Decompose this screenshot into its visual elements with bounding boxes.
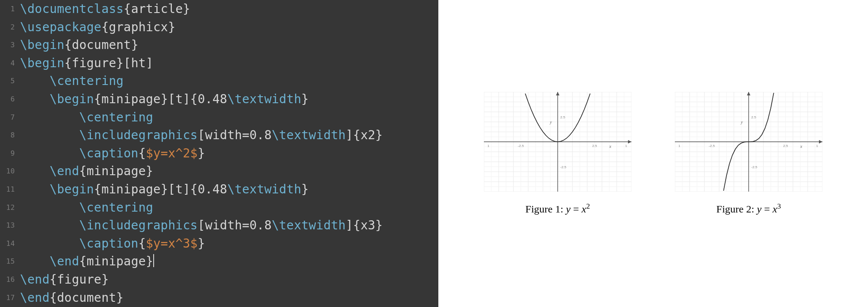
svg-text:2.5: 2.5: [560, 115, 566, 119]
svg-text:x: x: [609, 144, 612, 149]
svg-text:-2.5: -2.5: [518, 144, 524, 148]
code-line[interactable]: \includegraphics[width=0.8\textwidth]{x3…: [20, 216, 383, 235]
svg-marker-45: [556, 92, 559, 95]
svg-text:x: x: [800, 144, 802, 149]
svg-text:2.5: 2.5: [783, 144, 788, 148]
code-line[interactable]: \centering: [20, 199, 383, 217]
code-line[interactable]: \begin{minipage}[t]{0.48\textwidth}: [20, 90, 383, 108]
caption-fig1: Figure 1: y = x2: [526, 202, 590, 215]
code-line[interactable]: \centering: [20, 108, 383, 127]
svg-text:y: y: [549, 120, 552, 124]
code-line[interactable]: \caption{$y=x^3$}: [20, 235, 383, 253]
code-line[interactable]: \end{document}: [20, 289, 383, 307]
code-line[interactable]: \begin{figure}[ht]: [20, 54, 383, 72]
svg-marker-44: [628, 140, 631, 144]
svg-text:-2.5: -2.5: [560, 165, 566, 169]
svg-text:1: 1: [487, 144, 490, 148]
code-content[interactable]: \documentclass{article}\usepackage{graph…: [20, 0, 383, 307]
code-line[interactable]: \begin{document}: [20, 36, 383, 54]
minipage-fig2: -2.52.52.5-2.511yx Figure 2: y = x3: [666, 92, 831, 215]
code-line[interactable]: \end{minipage}: [20, 252, 383, 271]
code-line[interactable]: \end{minipage}: [20, 162, 383, 180]
pdf-preview-pane: -2.52.52.5-2.511yx Figure 1: y = x2 -2.5…: [438, 0, 868, 307]
minipage-fig1: -2.52.52.5-2.511yx Figure 1: y = x2: [475, 92, 640, 215]
svg-text:2.5: 2.5: [751, 115, 756, 119]
caption-prefix: Figure 2:: [717, 203, 754, 215]
svg-text:-2.5: -2.5: [709, 144, 715, 148]
code-line[interactable]: \begin{minipage}[t]{0.48\textwidth}: [20, 180, 383, 199]
code-line[interactable]: \includegraphics[width=0.8\textwidth]{x2…: [20, 126, 383, 144]
caption-equation: y = x3: [757, 202, 781, 215]
svg-text:1: 1: [816, 144, 819, 148]
figure-row: -2.52.52.5-2.511yx Figure 1: y = x2 -2.5…: [475, 92, 831, 215]
latex-editor-pane[interactable]: 1234567891011121314151617 \documentclass…: [0, 0, 438, 307]
code-line[interactable]: \documentclass{article}: [20, 0, 383, 18]
line-number-gutter: 1234567891011121314151617: [0, 0, 18, 307]
code-line[interactable]: \centering: [20, 72, 383, 90]
svg-text:-2.5: -2.5: [751, 165, 757, 169]
svg-text:1: 1: [678, 144, 681, 148]
caption-fig2: Figure 2: y = x3: [717, 202, 781, 215]
code-line[interactable]: \usepackage{graphicx}: [20, 18, 383, 36]
code-line[interactable]: \end{figure}: [20, 271, 383, 289]
svg-marker-98: [819, 140, 822, 144]
caption-equation: y = x2: [566, 202, 590, 215]
caption-prefix: Figure 1:: [526, 203, 563, 215]
svg-text:y: y: [740, 120, 743, 124]
svg-marker-99: [747, 92, 750, 95]
code-line[interactable]: \caption{$y=x^2$}: [20, 144, 383, 163]
svg-text:2.5: 2.5: [592, 144, 597, 148]
plot-x-squared: -2.52.52.5-2.511yx: [484, 92, 631, 192]
plot-x-cubed: -2.52.52.5-2.511yx: [675, 92, 822, 192]
svg-text:1: 1: [625, 144, 628, 148]
